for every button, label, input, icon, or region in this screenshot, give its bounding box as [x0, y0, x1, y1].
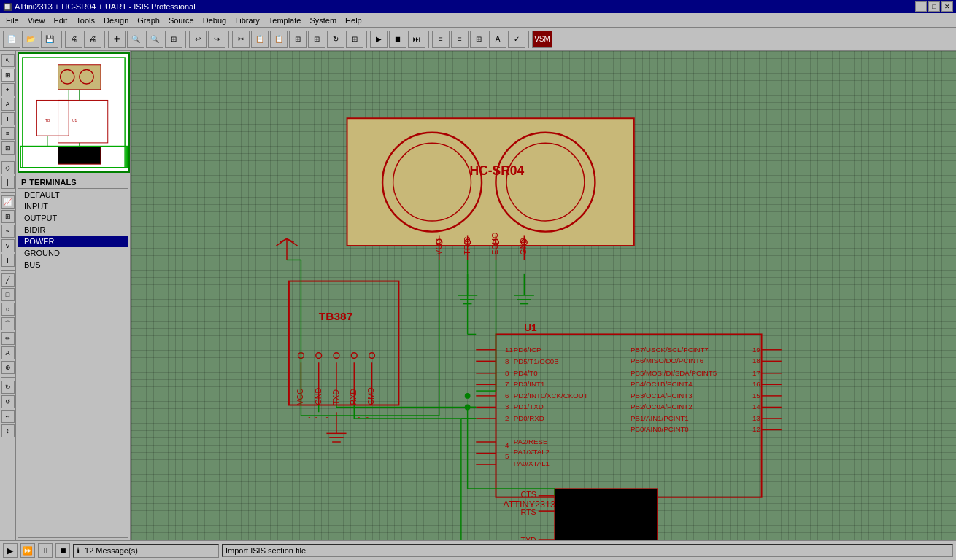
annotate-button[interactable]: A [489, 31, 506, 48]
menu-item-library[interactable]: Library [231, 15, 264, 26]
menu-item-design[interactable]: Design [99, 15, 133, 26]
pin-tool[interactable]: | [1, 176, 15, 189]
terminals-list: DEFAULTINPUTOUTPUTBIDIRPOWERGROUNDBUS [18, 189, 128, 271]
paste-button[interactable]: 📋 [270, 31, 288, 48]
menu-item-tools[interactable]: Tools [72, 15, 99, 26]
arc-tool[interactable]: ⌒ [1, 317, 15, 330]
select-tool[interactable]: ↖ [1, 54, 15, 67]
undo-button[interactable]: ↩ [189, 31, 207, 48]
bom-button[interactable]: ≡ [451, 31, 469, 48]
zoom-out-button[interactable]: 🔍 [146, 31, 163, 48]
terminal-item-bidir[interactable]: BIDIR [18, 224, 128, 236]
svg-text:GND: GND [519, 238, 528, 255]
terminal-item-bus[interactable]: BUS [18, 259, 128, 271]
bus-tool[interactable]: ≡ [1, 127, 15, 140]
cursor-button[interactable]: ✚ [108, 31, 126, 48]
print-button[interactable]: 🖨 [65, 31, 82, 48]
zoom-in-button[interactable]: 🔍 [127, 31, 144, 48]
play-button[interactable]: ▶ [3, 543, 18, 558]
tb387-component[interactable]: TB387 VCC GND TXD RXD CMD [289, 281, 399, 405]
new-button[interactable]: 📄 [3, 31, 20, 48]
terminal-tool[interactable]: ◇ [1, 161, 15, 174]
cut-button[interactable]: ✂ [232, 31, 250, 48]
menu-item-edit[interactable]: Edit [49, 15, 72, 26]
line-tool[interactable]: ╱ [1, 273, 15, 287]
print-preview-button[interactable]: 🖨 [84, 31, 101, 48]
redo-button[interactable]: ↪ [208, 31, 225, 48]
rotate-ccw-tool[interactable]: ↺ [1, 395, 15, 408]
menu-item-system[interactable]: System [305, 15, 341, 26]
terminal-item-power[interactable]: POWER [18, 236, 128, 247]
svg-text:PD1/TXD: PD1/TXD [514, 402, 544, 411]
step-forward-button[interactable]: ⏩ [20, 543, 35, 558]
svg-text:TB: TB [45, 119, 50, 122]
terminal-item-ground[interactable]: GROUND [18, 247, 128, 259]
menu-item-help[interactable]: Help [341, 15, 366, 26]
menu-item-graph[interactable]: Graph [133, 15, 164, 26]
terminals-header: P TERMINALS [18, 176, 128, 189]
block-mirror-button[interactable]: ⊞ [346, 31, 363, 48]
minimize-button[interactable]: ─ [915, 1, 927, 12]
graph-tool[interactable]: 📈 [1, 195, 15, 209]
svg-text:2: 2 [505, 414, 509, 422]
current-probe-tool[interactable]: I [1, 254, 15, 267]
attiny-component[interactable]: U1 ATTINY2313 11 8 8 7 6 3 2 4 5 PD6/ICP… [476, 322, 782, 510]
svg-rect-15 [347, 118, 634, 246]
menu-item-source[interactable]: Source [164, 15, 198, 26]
close-button[interactable]: ✕ [941, 1, 953, 12]
toolbar: 📄 📂 💾 🖨 🖨 ✚ 🔍 🔍 ⊞ ↩ ↪ ✂ 📋 📋 ⊞ ⊞ ↻ ⊞ ▶ ⏹ … [0, 28, 956, 51]
menu-item-template[interactable]: Template [264, 15, 306, 26]
mirror-h-tool[interactable]: ↔ [1, 410, 15, 423]
stop-button[interactable]: ⏹ [55, 543, 70, 558]
menu-item-view[interactable]: View [23, 15, 50, 26]
rotate-cw-tool[interactable]: ↻ [1, 381, 15, 394]
canvas-area[interactable]: HC-SR04 VCC TRIG ECHO GND [131, 51, 956, 540]
virtual-terminal[interactable]: CTS RTS TXD RXD [520, 489, 657, 540]
pause-button[interactable]: ⏸ [38, 543, 53, 558]
voltage-probe-tool[interactable]: V [1, 239, 15, 252]
svg-text:PB7/USCK/SCL/PCINT7: PB7/USCK/SCL/PCINT7 [631, 346, 709, 354]
terminal-item-output[interactable]: OUTPUT [18, 212, 128, 224]
zoom-fit-button[interactable]: ⊞ [165, 31, 182, 48]
box-tool[interactable]: □ [1, 288, 15, 301]
step-button[interactable]: ⏭ [408, 31, 425, 48]
svg-line-35 [276, 238, 287, 246]
save-button[interactable]: 💾 [41, 31, 58, 48]
stop-button[interactable]: ⏹ [389, 31, 406, 48]
junction-tool[interactable]: + [1, 83, 15, 96]
mirror-v-tool[interactable]: ↕ [1, 424, 15, 438]
menu-item-debug[interactable]: Debug [198, 15, 231, 26]
terminal-item-default[interactable]: DEFAULT [18, 189, 128, 201]
text-tool[interactable]: T [1, 112, 15, 125]
preview-area: U1 TB [18, 52, 130, 173]
path-tool[interactable]: ✏ [1, 332, 15, 345]
terminal-item-input[interactable]: INPUT [18, 201, 128, 212]
generator-tool[interactable]: ~ [1, 225, 15, 238]
label-tool[interactable]: A [1, 98, 15, 111]
svg-text:GND: GND [314, 387, 323, 405]
block-rotate-button[interactable]: ↻ [327, 31, 344, 48]
svg-text:19: 19 [752, 346, 760, 354]
run-button[interactable]: ▶ [370, 31, 388, 48]
text2-tool[interactable]: A [1, 346, 15, 359]
block-copy-button[interactable]: ⊞ [289, 31, 307, 48]
circle-tool[interactable]: ○ [1, 303, 15, 316]
svg-point-54 [334, 353, 339, 359]
menu-item-file[interactable]: File [1, 15, 23, 26]
pcb-button[interactable]: ⊞ [470, 31, 487, 48]
sep3 [185, 31, 186, 48]
vsm-button[interactable]: VSM [532, 31, 552, 48]
drc-button[interactable]: ✓ [508, 31, 525, 48]
component-tool[interactable]: ⊞ [1, 69, 15, 82]
hcsr04-component[interactable]: HC-SR04 VCC TRIG ECHO GND [347, 118, 634, 260]
symbol-tool[interactable]: ⊕ [1, 361, 15, 374]
netlist-button[interactable]: ≡ [432, 31, 450, 48]
svg-text:3: 3 [505, 402, 509, 411]
titlebar: 🔲 ATtini2313 + HC-SR04 + UART - ISIS Pro… [0, 0, 956, 13]
subcircuit-tool[interactable]: ⊡ [1, 141, 15, 155]
maximize-button[interactable]: □ [928, 1, 940, 12]
block-move-button[interactable]: ⊞ [308, 31, 325, 48]
tape-tool[interactable]: ⊞ [1, 210, 15, 223]
copy-button[interactable]: 📋 [251, 31, 269, 48]
open-button[interactable]: 📂 [22, 31, 39, 48]
